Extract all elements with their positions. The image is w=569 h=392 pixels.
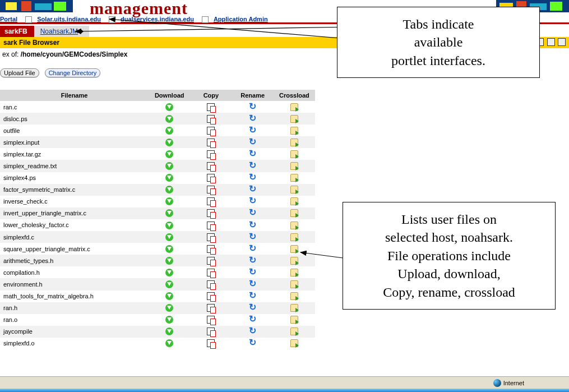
crossload-icon[interactable]	[290, 328, 298, 335]
download-icon[interactable]	[165, 328, 173, 335]
download-icon[interactable]	[165, 150, 173, 158]
download-icon[interactable]	[165, 280, 173, 288]
download-icon[interactable]	[165, 292, 173, 300]
crossload-icon[interactable]	[290, 316, 298, 324]
current-path: ex of: /home/cyoun/GEMCodes/Simplex	[0, 49, 129, 59]
browser-status-bar: Internet	[0, 376, 569, 389]
upload-button[interactable]: Upload File	[0, 68, 39, 77]
nav-link-portal[interactable]: Portal	[0, 16, 17, 22]
copy-icon[interactable]	[207, 269, 215, 276]
rename-icon[interactable]	[248, 316, 257, 324]
download-icon[interactable]	[165, 233, 173, 241]
copy-icon[interactable]	[207, 339, 215, 347]
rename-icon[interactable]	[248, 115, 257, 123]
copy-icon[interactable]	[207, 162, 215, 170]
crossload-icon[interactable]	[290, 209, 298, 217]
rename-icon[interactable]	[248, 197, 257, 205]
copy-icon[interactable]	[207, 127, 215, 135]
crossload-icon[interactable]	[290, 115, 298, 123]
download-icon[interactable]	[165, 304, 173, 312]
rename-icon[interactable]	[248, 280, 257, 288]
crossload-icon[interactable]	[290, 162, 298, 170]
copy-icon[interactable]	[207, 328, 215, 335]
crossload-icon[interactable]	[290, 269, 298, 276]
download-icon[interactable]	[165, 162, 173, 170]
rename-icon[interactable]	[248, 162, 257, 170]
tab-sarkfb[interactable]: sarkFB	[0, 26, 34, 37]
crossload-icon[interactable]	[290, 139, 298, 146]
rename-icon[interactable]	[248, 292, 257, 300]
file-name-cell: inverse_check.c	[0, 196, 149, 207]
svg-line-12	[300, 252, 343, 258]
copy-icon[interactable]	[207, 222, 215, 229]
copy-icon[interactable]	[207, 245, 215, 253]
download-icon[interactable]	[165, 103, 173, 111]
copy-icon[interactable]	[207, 233, 215, 241]
rename-icon[interactable]	[248, 222, 257, 229]
rename-icon[interactable]	[248, 304, 257, 312]
copy-icon[interactable]	[207, 174, 215, 182]
copy-icon[interactable]	[207, 280, 215, 288]
rename-icon[interactable]	[248, 186, 257, 193]
download-icon[interactable]	[165, 139, 173, 146]
copy-icon[interactable]	[207, 292, 215, 300]
rename-icon[interactable]	[248, 139, 257, 146]
download-icon[interactable]	[165, 222, 173, 229]
download-icon[interactable]	[165, 245, 173, 253]
rename-icon[interactable]	[248, 233, 257, 241]
callout-line: File operations include	[354, 247, 544, 265]
download-icon[interactable]	[165, 127, 173, 135]
crossload-icon[interactable]	[290, 339, 298, 347]
globe-icon	[493, 379, 501, 387]
copy-icon[interactable]	[207, 304, 215, 312]
download-icon[interactable]	[165, 197, 173, 205]
crossload-icon[interactable]	[290, 174, 298, 182]
callout-line: Tabs indicate	[349, 15, 528, 33]
download-icon[interactable]	[165, 209, 173, 217]
rename-icon[interactable]	[248, 339, 257, 347]
copy-icon[interactable]	[207, 257, 215, 265]
col-copy: Copy	[190, 90, 232, 101]
crossload-icon[interactable]	[290, 103, 298, 111]
crossload-icon[interactable]	[290, 280, 298, 288]
rename-icon[interactable]	[248, 328, 257, 335]
copy-icon[interactable]	[207, 186, 215, 193]
rename-icon[interactable]	[248, 257, 257, 265]
download-icon[interactable]	[165, 316, 173, 324]
rename-icon[interactable]	[248, 103, 257, 111]
file-name-cell: ran.h	[0, 302, 149, 314]
edit-icon[interactable]	[25, 16, 32, 23]
crossload-icon[interactable]	[290, 186, 298, 193]
download-icon[interactable]	[165, 257, 173, 265]
copy-icon[interactable]	[207, 209, 215, 217]
minimize-icon[interactable]	[547, 38, 555, 46]
download-icon[interactable]	[165, 269, 173, 276]
file-name-cell: disloc.ps	[0, 113, 149, 124]
callout-line: selected host, noahsark.	[354, 228, 544, 246]
download-icon[interactable]	[165, 186, 173, 193]
download-icon[interactable]	[165, 339, 173, 347]
download-icon[interactable]	[165, 174, 173, 182]
copy-icon[interactable]	[207, 197, 215, 205]
copy-icon[interactable]	[207, 115, 215, 123]
change-directory-button[interactable]: Change Directory	[45, 68, 101, 77]
file-name-cell: simplexfd.c	[0, 231, 149, 243]
crossload-icon[interactable]	[290, 150, 298, 158]
rename-icon[interactable]	[248, 269, 257, 276]
crossload-icon[interactable]	[290, 127, 298, 135]
crossload-icon[interactable]	[290, 197, 298, 205]
crossload-icon[interactable]	[290, 304, 298, 312]
copy-icon[interactable]	[207, 150, 215, 158]
rename-icon[interactable]	[248, 245, 257, 253]
rename-icon[interactable]	[248, 174, 257, 182]
copy-icon[interactable]	[207, 316, 215, 324]
download-icon[interactable]	[165, 115, 173, 123]
copy-icon[interactable]	[207, 139, 215, 146]
crossload-icon[interactable]	[290, 292, 298, 300]
rename-icon[interactable]	[248, 127, 257, 135]
close-icon[interactable]	[558, 38, 566, 46]
annotation-filelist-callout: Lists user files on selected host, noahs…	[343, 202, 556, 310]
rename-icon[interactable]	[248, 209, 257, 217]
copy-icon[interactable]	[207, 103, 215, 111]
rename-icon[interactable]	[248, 150, 257, 158]
